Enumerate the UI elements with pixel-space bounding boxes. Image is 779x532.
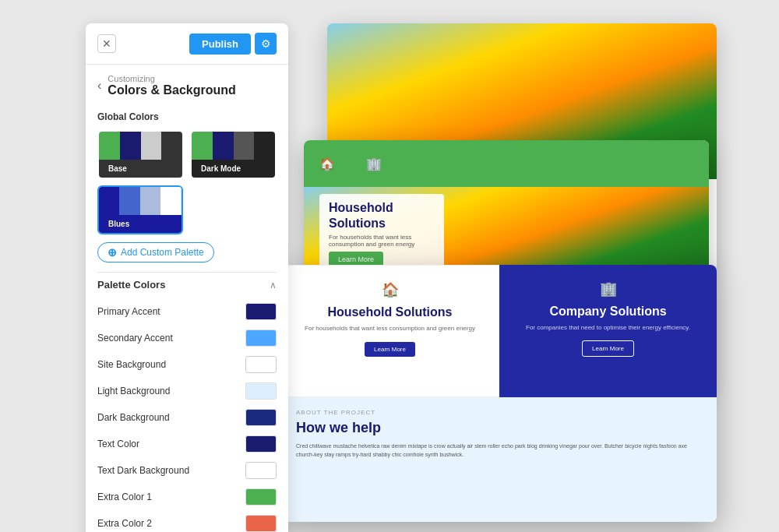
about-label: ABOUT THE PROJECT: [296, 409, 701, 416]
text-color-swatch[interactable]: [245, 435, 277, 453]
company-card-title: Company Solutions: [511, 304, 705, 319]
header-actions: Publish ⚙: [189, 33, 277, 55]
building-icon-mid: 🏢: [366, 156, 382, 171]
text-dark-bg-row: Text Dark Background: [97, 457, 277, 484]
extra-color-2-label: Extra Color 2: [97, 518, 152, 529]
extra-color-1-swatch[interactable]: [245, 488, 277, 506]
text-color-label: Text Color: [97, 439, 139, 449]
blues-palette[interactable]: Blues: [97, 185, 183, 234]
dark-mode-palette-name: Dark Mode: [196, 162, 270, 175]
extra-color-2-swatch[interactable]: [245, 515, 277, 532]
primary-accent-swatch[interactable]: [245, 303, 277, 320]
global-colors-grid: Base Dark Mode: [97, 130, 277, 234]
secondary-accent-swatch[interactable]: [245, 329, 277, 347]
dark-mode-palette[interactable]: Dark Mode: [190, 130, 277, 179]
divider: [97, 272, 277, 273]
text-color-row: Text Color: [97, 431, 277, 457]
company-learn-btn[interactable]: Learn More: [582, 340, 634, 357]
dark-swatches: [192, 132, 275, 160]
section-title: Colors & Background: [108, 83, 235, 97]
company-card-desc: For companies that need to optimise thei…: [511, 323, 705, 332]
extra-color-1-label: Extra Color 1: [97, 491, 152, 502]
household-card-title: Household Solutions: [293, 305, 487, 319]
site-background-label: Site Background: [97, 359, 166, 370]
secondary-accent-row: Secondary Accent: [97, 325, 277, 351]
palette-colors-header: Palette Colors ∧: [97, 279, 277, 291]
primary-accent-label: Primary Accent: [97, 306, 160, 317]
publish-button[interactable]: Publish: [189, 33, 251, 55]
add-custom-palette-button[interactable]: ⊕ Add Custom Palette: [97, 242, 214, 262]
hero-desc: For households that want less consumptio…: [329, 234, 435, 248]
chevron-up-icon[interactable]: ∧: [270, 280, 277, 291]
primary-accent-row: Primary Accent: [97, 298, 277, 325]
blues-palette-name: Blues: [104, 217, 177, 231]
company-card: 🏢 Company Solutions For companies that n…: [499, 265, 717, 397]
secondary-accent-label: Secondary Accent: [97, 333, 173, 344]
subheader-text: Customizing Colors & Background: [108, 74, 235, 97]
dark-background-swatch[interactable]: [245, 409, 277, 426]
text-dark-bg-swatch[interactable]: [245, 462, 277, 479]
preview-front-cards: 🏠 Household Solutions For households tha…: [280, 265, 717, 397]
preview-stack: 🏠 🏢 HouseholdSolutions For households th…: [280, 23, 748, 506]
settings-button[interactable]: ⚙: [255, 33, 277, 55]
dark-background-row: Dark Background: [97, 404, 277, 431]
building-icon-front: 🏢: [511, 280, 705, 298]
how-title: How we help: [296, 420, 701, 436]
preview-front: 🏠 Household Solutions For households tha…: [280, 265, 717, 522]
panel-body: Global Colors Base: [86, 104, 288, 532]
main-container: 🏠 🏢 HouseholdSolutions For households th…: [0, 0, 779, 532]
hero-overlay: HouseholdSolutions For households that w…: [319, 194, 444, 273]
plus-icon: ⊕: [108, 246, 117, 259]
back-button[interactable]: ‹: [97, 79, 101, 93]
gear-icon: ⚙: [261, 37, 271, 50]
close-button[interactable]: ✕: [97, 34, 116, 53]
panel-subheader: ‹ Customizing Colors & Background: [86, 65, 288, 104]
base-swatches: [99, 132, 182, 160]
palette-colors-title: Palette Colors: [97, 279, 165, 291]
preview-mid-top: 🏠 🏢: [304, 140, 709, 187]
color-rows: Primary Accent Secondary Accent Site Bac…: [97, 298, 277, 532]
text-dark-bg-label: Text Dark Background: [97, 465, 189, 476]
household-card: 🏠 Household Solutions For households tha…: [280, 265, 499, 397]
site-background-row: Site Background: [97, 351, 277, 378]
light-background-label: Light Background: [97, 386, 170, 396]
site-background-swatch[interactable]: [245, 356, 277, 373]
add-custom-label: Add Custom Palette: [121, 247, 204, 258]
how-desc: Cred chillwave mustache helvetica raw de…: [296, 442, 701, 459]
extra-color-2-row: Extra Color 2: [97, 510, 277, 532]
blues-swatches: [99, 187, 182, 215]
base-palette-name: Base: [104, 162, 178, 175]
customizer-panel: ✕ Publish ⚙ ‹ Customizing Colors & Backg…: [86, 23, 288, 532]
hero-title: HouseholdSolutions: [329, 200, 435, 230]
house-icon-mid: 🏠: [319, 156, 335, 171]
customizing-label: Customizing: [108, 74, 235, 83]
light-background-swatch[interactable]: [245, 382, 277, 400]
panel-header: ✕ Publish ⚙: [86, 23, 288, 65]
household-card-desc: For households that want less consumptio…: [293, 324, 487, 333]
extra-color-1-row: Extra Color 1: [97, 484, 277, 510]
base-palette[interactable]: Base: [97, 130, 184, 179]
dark-background-label: Dark Background: [97, 412, 170, 423]
preview-front-bottom: ABOUT THE PROJECT How we help Cred chill…: [280, 397, 717, 522]
light-background-row: Light Background: [97, 378, 277, 404]
global-colors-label: Global Colors: [97, 111, 277, 122]
house-icon-front: 🏠: [293, 281, 487, 298]
household-learn-btn[interactable]: Learn More: [365, 342, 415, 357]
